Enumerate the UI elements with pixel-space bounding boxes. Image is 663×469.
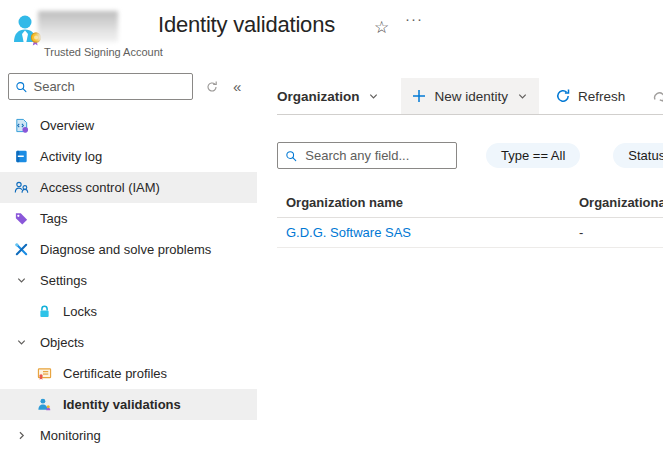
sidebar-nav: Overview Activity log: [0, 110, 257, 451]
sidebar-group-label: Monitoring: [40, 428, 101, 443]
sidebar-item-tags[interactable]: Tags: [0, 203, 257, 234]
access-control-icon: [13, 180, 29, 196]
lock-icon: [36, 304, 52, 320]
chevron-right-icon: [13, 428, 29, 444]
sidebar-group-objects[interactable]: Objects: [0, 327, 257, 358]
trusted-signing-account-page: Trusted Signing Account Identity validat…: [0, 0, 663, 469]
sidebar-group-label: Settings: [40, 273, 87, 288]
sidebar-group-label: Objects: [40, 335, 84, 350]
type-filter-label: Type == All: [501, 148, 565, 163]
type-filter-pill[interactable]: Type == All: [486, 143, 580, 168]
sidebar-item-label: Certificate profiles: [63, 366, 167, 381]
collapse-menu-icon[interactable]: «: [233, 79, 241, 94]
sidebar-item-diagnose[interactable]: Diagnose and solve problems: [0, 234, 257, 265]
refresh-label: Refresh: [578, 89, 625, 104]
identity-validations-pane: Organization New identity: [257, 62, 663, 469]
chevron-down-icon: [368, 91, 379, 102]
organizational-unit-cell: -: [579, 225, 663, 240]
sidebar-item-label: Identity validations: [63, 397, 181, 412]
sidebar-item-certificate-profiles[interactable]: Certificate profiles: [0, 358, 257, 389]
command-bar: Organization New identity: [277, 78, 663, 114]
more-options-icon[interactable]: ···: [405, 10, 423, 27]
identity-validations-table: Organization name Organizational unit G.…: [277, 188, 663, 248]
tag-icon: [13, 211, 29, 227]
scope-label: Organization: [277, 89, 360, 104]
filter-bar: Type == All Status == All: [277, 142, 663, 169]
page-title: Identity validations: [158, 12, 335, 38]
table-search-input[interactable]: [305, 148, 449, 163]
certificate-icon: [36, 366, 52, 382]
sidebar-item-identity-validations[interactable]: Identity validations: [0, 389, 257, 420]
search-icon: [285, 149, 297, 163]
sidebar-item-overview[interactable]: Overview: [0, 110, 257, 141]
sidebar-group-monitoring[interactable]: Monitoring: [0, 420, 257, 451]
search-icon: [15, 80, 27, 94]
plus-icon: [412, 89, 426, 103]
diagnose-icon: [13, 242, 29, 258]
overview-icon: [13, 118, 29, 134]
resource-type-label: Trusted Signing Account: [44, 46, 163, 58]
favorite-star-icon[interactable]: ☆: [374, 17, 389, 38]
identity-validation-icon: [36, 397, 52, 413]
sidebar-item-locks[interactable]: Locks: [0, 296, 257, 327]
sidebar-search-box[interactable]: [8, 73, 193, 100]
sidebar-item-label: Activity log: [40, 149, 102, 164]
renew-icon: [651, 88, 663, 104]
refresh-icon: [555, 88, 571, 104]
sidebar-item-label: Access control (IAM): [40, 180, 160, 195]
sidebar-item-label: Diagnose and solve problems: [40, 242, 211, 257]
column-header-organization-name[interactable]: Organization name: [277, 195, 579, 210]
toolbar-divider: [277, 114, 663, 115]
sidebar-item-access-control[interactable]: Access control (IAM): [0, 172, 257, 203]
chevron-down-icon: [517, 91, 528, 102]
sidebar-item-label: Locks: [63, 304, 97, 319]
status-filter-pill[interactable]: Status == All: [613, 143, 663, 168]
status-filter-label: Status == All: [628, 148, 663, 163]
activity-log-icon: [13, 149, 29, 165]
sidebar-item-label: Overview: [40, 118, 94, 133]
refresh-button[interactable]: Refresh: [545, 78, 635, 114]
page-header: Trusted Signing Account Identity validat…: [0, 0, 663, 62]
table-search-box[interactable]: [277, 142, 457, 169]
organization-name-link[interactable]: G.D.G. Software SAS: [286, 225, 411, 240]
new-identity-label: New identity: [435, 89, 509, 104]
sidebar-item-activity-log[interactable]: Activity log: [0, 141, 257, 172]
sync-menu-icon[interactable]: [205, 80, 219, 94]
chevron-down-icon: [13, 335, 29, 351]
chevron-down-icon: [13, 273, 29, 289]
renew-button[interactable]: Renew: [641, 78, 663, 114]
sidebar-group-settings[interactable]: Settings: [0, 265, 257, 296]
new-identity-button[interactable]: New identity: [401, 78, 540, 114]
scope-dropdown[interactable]: Organization: [277, 89, 379, 104]
sidebar-item-label: Tags: [40, 211, 67, 226]
account-name-redacted: [38, 11, 118, 42]
column-header-organizational-unit[interactable]: Organizational unit: [579, 195, 663, 210]
table-row[interactable]: G.D.G. Software SAS -: [277, 218, 663, 248]
table-header-row: Organization name Organizational unit: [277, 188, 663, 218]
sidebar-search-input[interactable]: [33, 79, 186, 94]
resource-menu: « Overview: [0, 62, 257, 469]
